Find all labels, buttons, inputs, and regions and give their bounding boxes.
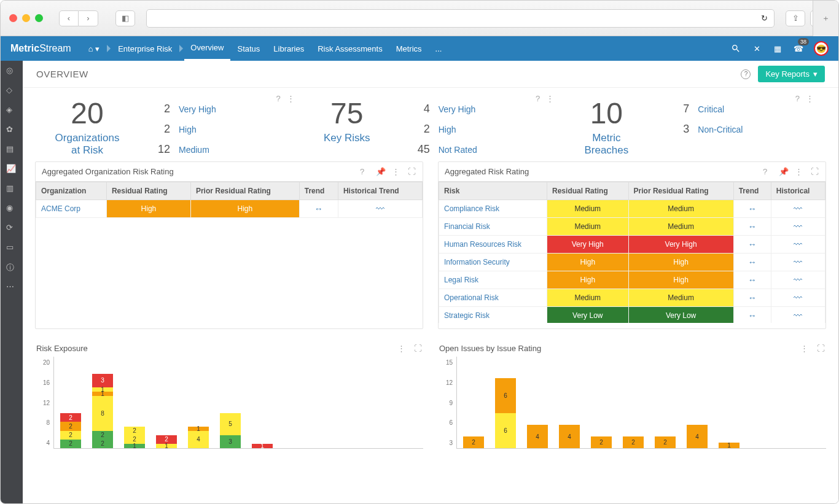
panel-pin-icon[interactable]: 📌: [376, 167, 384, 176]
nav-libraries[interactable]: Libraries: [267, 36, 310, 61]
new-tab-button[interactable]: ＋: [813, 1, 838, 36]
nav-status[interactable]: Status: [232, 36, 267, 61]
close-window[interactable]: [9, 14, 17, 22]
sidebar-toggle[interactable]: ◧: [115, 10, 135, 26]
rail-icon-4[interactable]: ✿: [6, 125, 17, 136]
panel-help-icon[interactable]: ?: [763, 167, 771, 176]
bar[interactable]: 122: [124, 427, 145, 448]
help-icon[interactable]: ?: [741, 69, 751, 79]
panel-expand-icon[interactable]: ⛶: [811, 167, 819, 176]
kpi-breakdown-row[interactable]: 4Very High: [412, 103, 477, 115]
bar[interactable]: 2: [463, 436, 484, 448]
row-name-link[interactable]: Operational Risk: [439, 289, 547, 307]
bar[interactable]: 2: [623, 436, 644, 448]
kpi-label[interactable]: Key Risks: [301, 132, 393, 144]
row-name-link[interactable]: Legal Risk: [439, 271, 547, 289]
forward-button[interactable]: ›: [79, 10, 98, 26]
chart-menu-icon[interactable]: ⋮: [397, 344, 405, 353]
row-name-link[interactable]: Financial Risk: [439, 218, 547, 236]
key-reports-button[interactable]: Key Reports ▾: [758, 66, 825, 82]
share-button[interactable]: ⇪: [786, 10, 805, 26]
kpi-breakdown-row[interactable]: 2Very High: [152, 103, 216, 115]
rail-icon-5[interactable]: ▤: [6, 144, 17, 155]
bar[interactable]: 4: [687, 425, 708, 448]
kpi-label[interactable]: Organizations at Risk: [41, 132, 133, 157]
panel-menu-icon[interactable]: ⋮: [392, 167, 400, 176]
column-header[interactable]: Historical Trend: [338, 182, 422, 200]
rail-icon-2[interactable]: ◇: [6, 85, 17, 96]
calendar-icon[interactable]: ▦: [772, 43, 783, 54]
column-header[interactable]: Prior Residual Rating: [628, 182, 733, 200]
panel-menu-icon[interactable]: ⋮: [795, 167, 803, 176]
row-name-link[interactable]: Strategic Risk: [439, 307, 547, 324]
kpi-help-icon[interactable]: ?: [795, 94, 800, 103]
kpi-menu-icon[interactable]: ⋮: [546, 94, 554, 103]
maximize-window[interactable]: [35, 14, 43, 22]
column-header[interactable]: Residual Rating: [106, 182, 190, 200]
chart-menu-icon[interactable]: ⋮: [800, 344, 808, 353]
chart-expand-icon[interactable]: ⛶: [414, 344, 422, 353]
kpi-menu-icon[interactable]: ⋮: [287, 94, 295, 103]
row-name-link[interactable]: Human Resources Risk: [439, 236, 547, 254]
rail-icon-7[interactable]: ▥: [6, 184, 17, 195]
panel-pin-icon[interactable]: 📌: [779, 167, 787, 176]
breadcrumb-enterprise-risk[interactable]: Enterprise Risk: [112, 36, 178, 61]
bar[interactable]: 12: [156, 435, 177, 448]
kpi-label[interactable]: MetricBreaches: [560, 132, 652, 157]
rail-icon-3[interactable]: ◈: [6, 105, 17, 116]
column-header[interactable]: Historical: [771, 182, 825, 200]
back-button[interactable]: ‹: [59, 10, 79, 26]
nav-metrics[interactable]: Metrics: [390, 36, 428, 61]
breadcrumb-overview[interactable]: Overview: [184, 36, 230, 61]
kpi-breakdown-row[interactable]: 7Critical: [671, 103, 743, 115]
column-header[interactable]: Risk: [439, 182, 547, 200]
bar[interactable]: 41: [188, 427, 209, 448]
row-name-link[interactable]: ACME Corp: [36, 200, 107, 218]
panel-expand-icon[interactable]: ⛶: [408, 167, 416, 176]
nav-more[interactable]: ...: [429, 36, 448, 61]
kpi-help-icon[interactable]: ?: [536, 94, 540, 103]
kpi-breakdown-row[interactable]: 2High: [412, 123, 477, 136]
bar[interactable]: 2: [591, 436, 612, 448]
chart-expand-icon[interactable]: ⛶: [817, 344, 825, 353]
rail-icon-10[interactable]: ▭: [6, 242, 17, 254]
bar[interactable]: 228113: [92, 374, 113, 448]
row-name-link[interactable]: Compliance Risk: [439, 200, 547, 218]
app-logo[interactable]: MetricStream: [10, 43, 71, 54]
panel-help-icon[interactable]: ?: [360, 167, 369, 176]
kpi-breakdown-row[interactable]: 45Not Rated: [412, 143, 477, 156]
column-header[interactable]: Trend: [733, 182, 771, 200]
home-icon[interactable]: ⌂ ▾: [82, 36, 106, 61]
address-bar[interactable]: ↻: [146, 9, 775, 28]
bar[interactable]: 2: [655, 436, 676, 448]
bar[interactable]: 66: [495, 378, 516, 448]
bar[interactable]: 4: [527, 425, 548, 448]
column-header[interactable]: Prior Residual Rating: [190, 182, 299, 200]
rail-icon-8[interactable]: ◉: [6, 203, 17, 214]
nav-risk-assessments[interactable]: Risk Assessments: [311, 36, 388, 61]
kpi-menu-icon[interactable]: ⋮: [806, 94, 814, 103]
rail-more-icon[interactable]: ⋯: [6, 282, 17, 293]
bar[interactable]: 4: [559, 425, 580, 448]
bar[interactable]: 35: [220, 413, 241, 448]
kpi-breakdown-row[interactable]: 12Medium: [152, 143, 216, 156]
rail-icon-1[interactable]: ◎: [6, 66, 17, 77]
minimize-window[interactable]: [22, 14, 30, 22]
user-avatar[interactable]: 😎: [814, 41, 829, 56]
rail-icon-6[interactable]: 📈: [6, 164, 17, 175]
reload-icon[interactable]: ↻: [761, 14, 768, 23]
rail-icon-9[interactable]: ⟳: [6, 223, 17, 234]
row-name-link[interactable]: Information Security: [439, 254, 547, 271]
column-header[interactable]: Trend: [299, 182, 338, 200]
column-header[interactable]: Residual Rating: [547, 182, 629, 200]
tools-icon[interactable]: ✕: [751, 43, 762, 54]
kpi-breakdown-row[interactable]: 3Non-Critical: [671, 123, 743, 136]
kpi-breakdown-row[interactable]: 2High: [152, 123, 216, 136]
bar[interactable]: 1: [719, 443, 739, 448]
bar[interactable]: 1: [252, 444, 273, 448]
column-header[interactable]: Organization: [36, 182, 107, 200]
notifications-icon[interactable]: ☎38: [793, 43, 804, 54]
kpi-help-icon[interactable]: ?: [276, 94, 280, 103]
bar[interactable]: 2222: [60, 413, 81, 448]
rail-icon-11[interactable]: ⓘ: [6, 262, 17, 273]
